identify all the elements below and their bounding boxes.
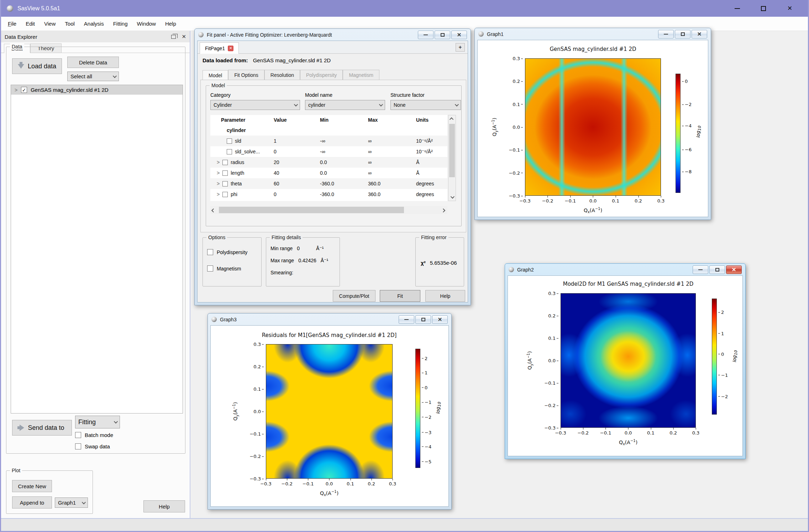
add-fitpage-button[interactable]: + bbox=[456, 43, 465, 52]
param-row-sld[interactable]: sld 1 -∞ ∞ 10⁻⁶/Å² bbox=[210, 136, 447, 146]
tab-polydispersity[interactable]: Polydispersity bbox=[300, 70, 343, 80]
chevron-down-icon bbox=[455, 102, 459, 106]
menu-view[interactable]: View bbox=[40, 21, 60, 27]
menu-edit[interactable]: Edit bbox=[21, 21, 40, 27]
scrollbar-thumb[interactable] bbox=[219, 207, 404, 213]
explorer-help-button[interactable]: Help bbox=[143, 500, 185, 512]
float-panel-icon[interactable] bbox=[171, 35, 176, 39]
param-checkbox[interactable] bbox=[222, 181, 228, 186]
tick-label: 0.3 bbox=[657, 198, 665, 204]
parameter-table[interactable]: Parameter Value Min Max Units cylinder s… bbox=[210, 115, 447, 201]
expand-chevron-icon[interactable]: > bbox=[15, 87, 17, 93]
fit-help-button[interactable]: Help bbox=[425, 290, 465, 302]
menu-analysis[interactable]: Analysis bbox=[79, 21, 109, 27]
close-fitpage-icon[interactable]: ✕ bbox=[228, 46, 233, 51]
expand-chevron-icon[interactable]: > bbox=[217, 191, 220, 197]
fit-panel-titlebar[interactable]: Fit panel - Active Fitting Optimizer: Le… bbox=[197, 29, 468, 41]
heatmap-canvas-graph2[interactable] bbox=[561, 293, 696, 428]
menu-file[interactable]: File bbox=[3, 21, 21, 27]
close-icon[interactable]: ✕ bbox=[692, 30, 707, 38]
param-checkbox[interactable] bbox=[227, 138, 232, 144]
scrollbar-thumb[interactable] bbox=[449, 124, 455, 177]
maximize-icon[interactable] bbox=[415, 315, 431, 324]
maximize-icon[interactable] bbox=[435, 31, 450, 39]
graph1-titlebar[interactable]: Graph1 ✕ bbox=[477, 28, 708, 40]
close-icon[interactable]: ✕ bbox=[785, 4, 794, 13]
expand-chevron-icon[interactable]: > bbox=[217, 170, 220, 176]
menu-help[interactable]: Help bbox=[161, 21, 181, 27]
tree-row-selected[interactable]: > ✓ GenSAS mag_cylinder.sld #1 2D bbox=[11, 85, 183, 95]
param-row-length[interactable]: >length 40 0.0 ∞ Å bbox=[210, 168, 447, 178]
select-all-dropdown[interactable]: Select all bbox=[67, 72, 119, 81]
close-icon[interactable]: ✕ bbox=[432, 315, 448, 324]
create-new-button[interactable]: Create New bbox=[12, 480, 52, 492]
graph3-title: Graph3 bbox=[220, 317, 237, 322]
param-checkbox[interactable] bbox=[227, 149, 232, 154]
append-target-dropdown[interactable]: Graph1 bbox=[55, 497, 88, 508]
menu-fitting[interactable]: Fitting bbox=[109, 21, 132, 27]
data-explorer-panel: Data Explorer ✕ Data Theory Data Load da… bbox=[1, 31, 190, 518]
app-icon bbox=[7, 5, 13, 12]
swap-data-checkbox[interactable] bbox=[75, 443, 81, 449]
maximize-icon[interactable] bbox=[759, 4, 768, 13]
polydispersity-checkbox[interactable] bbox=[207, 249, 213, 255]
data-explorer-header[interactable]: Data Explorer ✕ bbox=[1, 31, 190, 42]
tab-resolution[interactable]: Resolution bbox=[264, 70, 300, 80]
param-checkbox[interactable] bbox=[222, 170, 228, 176]
close-panel-icon[interactable]: ✕ bbox=[182, 33, 186, 40]
param-row-phi[interactable]: >phi 0 -360.0 360.0 degrees bbox=[210, 189, 447, 200]
expand-chevron-icon[interactable]: > bbox=[217, 159, 220, 165]
param-row-radius[interactable]: >radius 20 0.0 ∞ Å bbox=[210, 157, 447, 168]
menu-tool[interactable]: Tool bbox=[60, 21, 79, 27]
tick-label: 0.1 bbox=[612, 198, 619, 204]
tree-item-checkbox[interactable]: ✓ bbox=[21, 87, 27, 93]
tab-magnetism[interactable]: Magnetism bbox=[343, 70, 379, 80]
table-horizontal-scrollbar[interactable] bbox=[210, 206, 447, 214]
tab-fit-options[interactable]: Fit Options bbox=[228, 70, 264, 80]
graph2-titlebar[interactable]: Graph2 ✕ bbox=[508, 264, 743, 275]
param-row-theta[interactable]: >theta 60 -360.0 360.0 degrees bbox=[210, 178, 447, 189]
expand-chevron-icon[interactable]: > bbox=[217, 181, 220, 186]
minimize-icon[interactable] bbox=[693, 265, 708, 274]
data-loaded-row: Data loaded from: GenSAS mag_cylinder.sl… bbox=[203, 57, 331, 63]
menu-window[interactable]: Window bbox=[132, 21, 161, 27]
param-checkbox[interactable] bbox=[222, 192, 228, 197]
append-to-button[interactable]: Append to bbox=[12, 496, 52, 509]
tick-label: 1 bbox=[721, 331, 724, 336]
minimize-icon[interactable] bbox=[732, 4, 742, 13]
load-data-button[interactable]: Load data bbox=[12, 58, 62, 74]
close-icon[interactable]: ✕ bbox=[451, 31, 467, 39]
main-titlebar: SasView 5.0.5a1 ✕ bbox=[1, 0, 808, 17]
scroll-right-icon[interactable] bbox=[440, 206, 447, 214]
minimize-icon[interactable] bbox=[658, 30, 674, 38]
plot-group-label: Plot bbox=[10, 468, 22, 473]
param-checkbox[interactable] bbox=[222, 160, 228, 165]
minimize-icon[interactable] bbox=[418, 31, 434, 39]
tab-model[interactable]: Model bbox=[203, 70, 228, 80]
category-dropdown[interactable]: Cylinder bbox=[210, 100, 300, 110]
data-tree[interactable]: > ✓ GenSAS mag_cylinder.sld #1 2D bbox=[11, 85, 183, 414]
close-icon[interactable]: ✕ bbox=[726, 265, 742, 274]
table-vertical-scrollbar[interactable] bbox=[448, 115, 456, 201]
maximize-icon[interactable] bbox=[675, 30, 690, 38]
param-row-sld-solvent[interactable]: sld_solve... 0 -∞ ∞ 10⁻⁶/Å² bbox=[210, 146, 447, 157]
scroll-up-icon[interactable] bbox=[448, 115, 456, 122]
graph3-titlebar[interactable]: Graph3 ✕ bbox=[210, 314, 449, 325]
scroll-left-icon[interactable] bbox=[210, 206, 217, 214]
scroll-down-icon[interactable] bbox=[448, 194, 456, 201]
heatmap-canvas-graph3[interactable] bbox=[266, 344, 393, 479]
send-target-dropdown[interactable]: Fitting bbox=[75, 416, 120, 428]
fit-button[interactable]: Fit bbox=[380, 290, 420, 302]
delete-data-button[interactable]: Delete Data bbox=[67, 57, 119, 68]
fitpage1-tab[interactable]: FitPage1 ✕ bbox=[200, 42, 239, 54]
model-name-dropdown[interactable]: cylinder bbox=[305, 100, 385, 110]
batch-mode-checkbox[interactable] bbox=[75, 432, 81, 438]
maximize-icon[interactable] bbox=[709, 265, 725, 274]
minimize-icon[interactable] bbox=[399, 315, 414, 324]
magnetism-checkbox[interactable] bbox=[207, 265, 213, 272]
compute-plot-button[interactable]: Compute/Plot bbox=[333, 290, 375, 302]
chevron-down-icon bbox=[113, 74, 117, 78]
structure-factor-dropdown[interactable]: None bbox=[390, 100, 461, 110]
heatmap-canvas-graph1[interactable] bbox=[525, 58, 661, 196]
send-data-to-button[interactable]: Send data to bbox=[12, 420, 72, 436]
